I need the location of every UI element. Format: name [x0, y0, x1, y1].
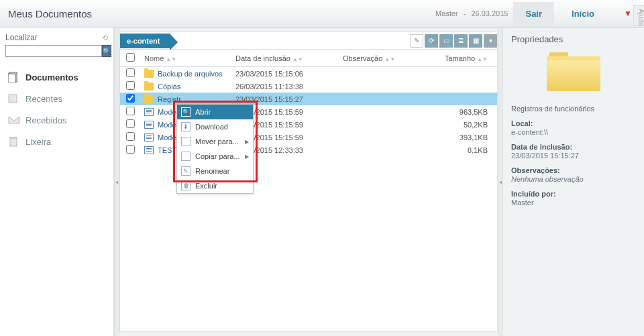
file-size: 393,1KB: [443, 133, 497, 142]
obs-value: Nenhuma observação: [511, 175, 636, 183]
column-nome[interactable]: Nome▲▼: [140, 54, 235, 62]
sidebar-item-documentos[interactable]: Documentos: [5, 66, 108, 88]
document-icon: [144, 146, 154, 154]
column-tamanho[interactable]: Tamanho▲▼: [443, 54, 497, 62]
row-checkbox[interactable]: [126, 94, 135, 103]
sidebar-item-recebidos[interactable]: Recebidos: [5, 109, 108, 131]
splitter-left[interactable]: [114, 27, 119, 336]
context-menu-label: Renomear: [195, 167, 229, 175]
search-input[interactable]: [5, 45, 102, 57]
context-menu-item[interactable]: 🔍Abrir: [177, 105, 253, 119]
search-icon: 🔍: [103, 48, 111, 55]
svg-rect-2: [9, 95, 17, 103]
document-icon: [144, 133, 154, 142]
incl-value: Master: [511, 199, 636, 207]
blank-icon: [181, 137, 191, 146]
home-button[interactable]: Início: [559, 2, 606, 25]
properties-panel: Propriedades Registros de funcionários L…: [503, 27, 644, 336]
header-user: Master: [435, 9, 458, 17]
row-checkbox[interactable]: [126, 107, 135, 115]
sidebar: Localizar ⟲ 🔍 Documentos Recentes Rec: [0, 27, 114, 336]
data-value: 23/03/2015 15:15:27: [511, 152, 636, 160]
toggle-view-button[interactable]: ▭: [439, 34, 453, 48]
file-name: Cópias: [158, 82, 180, 91]
edit-path-button[interactable]: ✎: [410, 34, 423, 48]
sidebar-item-lixeira[interactable]: Lixeira: [5, 131, 108, 152]
row-checkbox[interactable]: [126, 145, 135, 154]
rename-icon: ✎: [181, 166, 191, 176]
file-name: Registr: [158, 95, 181, 103]
inbox-icon: [8, 115, 20, 125]
column-observacao[interactable]: Observação▲▼: [343, 54, 443, 62]
download-icon: ⬇: [181, 122, 191, 131]
folder-large-icon: [547, 51, 600, 91]
context-menu-label: Abrir: [195, 108, 211, 116]
context-menu[interactable]: 🔍Abrir⬇DownloadMover para...▶Copiar para…: [176, 104, 254, 194]
more-options-button[interactable]: ▾: [484, 34, 497, 48]
pin-icon[interactable]: ⟲: [102, 34, 108, 42]
context-menu-item[interactable]: Copiar para...▶: [177, 149, 253, 164]
table-row[interactable]: Cópias26/03/2015 11:13:38: [120, 80, 497, 93]
help-tab[interactable]: Ajuda: [633, 5, 644, 25]
file-date: 23/03/2015 15:15:27: [235, 95, 343, 103]
file-name: Backup de arquivos: [158, 70, 223, 78]
row-checkbox[interactable]: [126, 68, 135, 77]
folder-icon: [144, 95, 154, 103]
context-menu-item[interactable]: ✎Renomear: [177, 164, 253, 178]
breadcrumb[interactable]: e-content: [120, 34, 170, 48]
folder-icon: [144, 70, 154, 78]
obs-label: Observações:: [511, 166, 636, 174]
header-date: 26.03.2015: [471, 9, 508, 17]
row-checkbox[interactable]: [126, 119, 135, 128]
documents-icon: [8, 72, 20, 82]
folder-icon: [144, 82, 154, 91]
local-value: e-content:\\: [511, 128, 636, 136]
column-data[interactable]: Data de inclusão▲▼: [235, 54, 343, 62]
page-title: Meus Documentos: [8, 8, 435, 19]
data-label: Data de inclusão:: [511, 143, 636, 151]
context-menu-label: Copiar para...: [195, 152, 240, 160]
document-icon: [144, 121, 154, 129]
table-row[interactable]: Backup de arquivos23/03/2015 15:15:06: [120, 67, 497, 80]
row-checkbox[interactable]: [126, 81, 135, 90]
table-header: Nome▲▼ Data de inclusão▲▼ Observação▲▼ T…: [120, 50, 497, 67]
grid-view-button[interactable]: ▦: [469, 34, 482, 48]
trash-icon: 🗑: [181, 181, 191, 190]
row-checkbox[interactable]: [126, 132, 135, 141]
sort-icon: ▲▼: [166, 56, 176, 62]
sort-icon: ▲▼: [477, 56, 488, 62]
refresh-button[interactable]: ⟳: [425, 34, 438, 48]
select-all-checkbox[interactable]: [126, 53, 135, 62]
file-size: 8,1KB: [443, 146, 497, 154]
document-icon: [144, 108, 154, 116]
file-size: 963,5KB: [443, 108, 497, 116]
svg-rect-1: [8, 74, 15, 82]
magnify-icon: 🔍: [181, 107, 191, 117]
svg-rect-3: [10, 138, 17, 146]
context-menu-item[interactable]: 🗑Excluir: [177, 178, 253, 193]
header-sep: -: [464, 9, 466, 17]
header-right: Master - 26.03.2015 Sair Início ▼: [435, 2, 636, 25]
svg-rect-4: [9, 137, 17, 138]
sidebar-item-label: Lixeira: [25, 137, 51, 147]
list-view-button[interactable]: ≣: [454, 34, 468, 48]
incl-label: Incluído por:: [511, 190, 636, 198]
blank-icon: [181, 152, 191, 161]
context-menu-item[interactable]: ⬇Download: [177, 119, 253, 134]
search-button[interactable]: 🔍: [102, 45, 111, 57]
toolbar: e-content ✎ ⟳ ▭ ≣ ▦ ▾: [120, 32, 497, 50]
sidebar-item-recentes[interactable]: Recentes: [5, 88, 108, 109]
file-date: 23/03/2015 15:15:06: [235, 70, 343, 78]
selected-item-name: Registros de funcionários: [511, 105, 636, 113]
context-menu-label: Mover para...: [195, 137, 239, 146]
header-dropdown[interactable]: ▼: [612, 2, 636, 25]
sidebar-item-label: Documentos: [25, 72, 78, 82]
splitter-right[interactable]: [498, 27, 503, 336]
trash-icon: [8, 136, 20, 147]
context-menu-item[interactable]: Mover para...▶: [177, 134, 253, 149]
sort-icon: ▲▼: [384, 56, 395, 62]
logout-button[interactable]: Sair: [513, 2, 554, 25]
file-date: 26/03/2015 11:13:38: [235, 82, 343, 91]
app-header: Meus Documentos Master - 26.03.2015 Sair…: [0, 0, 644, 27]
search-label: Localizar: [5, 33, 38, 42]
